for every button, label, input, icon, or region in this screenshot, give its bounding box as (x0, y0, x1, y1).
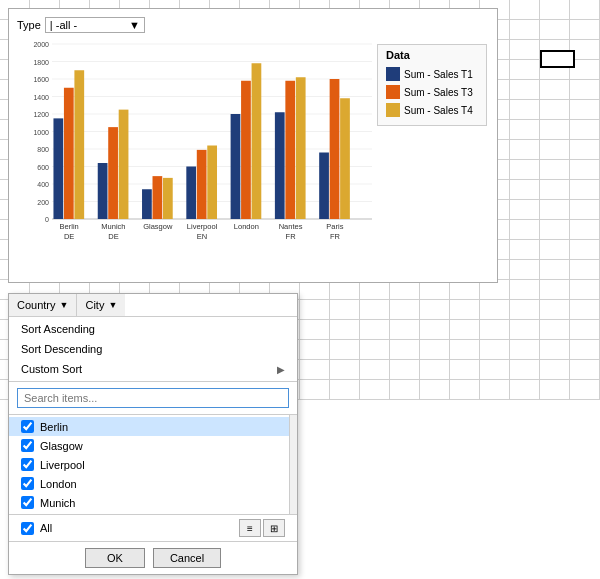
svg-rect-29 (142, 189, 152, 219)
list-item-checkbox[interactable] (21, 477, 34, 490)
svg-rect-41 (319, 153, 329, 220)
svg-rect-27 (108, 127, 118, 219)
legend-color-box (386, 85, 400, 99)
filter-header: Country ▼ City ▼ (9, 294, 297, 317)
cancel-button[interactable]: Cancel (153, 548, 221, 568)
svg-rect-37 (252, 63, 262, 219)
list-view-icon: ≡ (247, 523, 253, 534)
search-box-container (9, 382, 297, 415)
chart-type-arrow: ▼ (129, 19, 140, 31)
svg-rect-43 (340, 98, 350, 219)
x-labels: BerlinDEMunichDEGlasgowLiverpoolENLondon… (60, 222, 344, 241)
svg-text:EN: EN (197, 232, 207, 241)
svg-rect-33 (197, 150, 207, 219)
view-buttons: ≡ ⊞ (239, 519, 285, 537)
svg-text:Munich: Munich (101, 222, 125, 231)
list-item-checkbox[interactable] (21, 439, 34, 452)
list-item[interactable]: Munich (9, 493, 289, 512)
svg-text:DE: DE (108, 232, 118, 241)
svg-rect-39 (285, 81, 295, 219)
list-item[interactable]: Glasgow (9, 436, 289, 455)
svg-rect-40 (296, 77, 306, 219)
legend-color-box (386, 103, 400, 117)
svg-rect-36 (241, 81, 251, 219)
svg-text:1400: 1400 (33, 94, 49, 101)
svg-rect-34 (207, 146, 217, 220)
svg-text:FR: FR (330, 232, 341, 241)
filter-panel: Country ▼ City ▼ Sort Ascending Sort Des… (8, 293, 298, 575)
sort-descending-label: Sort Descending (21, 343, 102, 355)
custom-sort-arrow-icon: ▶ (277, 364, 285, 375)
legend-title: Data (386, 49, 478, 61)
svg-text:200: 200 (37, 199, 49, 206)
list-item[interactable]: London (9, 474, 289, 493)
sort-descending-item[interactable]: Sort Descending (9, 339, 297, 359)
custom-sort-label: Custom Sort (21, 363, 82, 375)
svg-text:Glasgow: Glasgow (143, 222, 173, 231)
svg-rect-26 (98, 163, 108, 219)
legend-items: Sum - Sales T1Sum - Sales T3Sum - Sales … (386, 67, 478, 117)
items-list: BerlinGlasgowLiverpoolLondonMunich (9, 415, 289, 514)
city-filter-btn[interactable]: City ▼ (77, 294, 125, 316)
svg-rect-42 (330, 79, 340, 219)
search-input[interactable] (17, 388, 289, 408)
svg-rect-38 (275, 112, 285, 219)
svg-rect-32 (186, 167, 196, 220)
chart-legend: Data Sum - Sales T1Sum - Sales T3Sum - S… (377, 44, 487, 126)
list-item-checkbox[interactable] (21, 496, 34, 509)
svg-text:2000: 2000 (33, 41, 49, 48)
legend-item: Sum - Sales T4 (386, 103, 478, 117)
svg-text:1000: 1000 (33, 129, 49, 136)
svg-rect-23 (53, 118, 63, 219)
svg-rect-30 (153, 176, 163, 219)
bars-group (53, 63, 349, 219)
list-item[interactable]: Berlin (9, 417, 289, 436)
svg-text:DE: DE (64, 232, 74, 241)
svg-text:Berlin: Berlin (60, 222, 79, 231)
svg-text:400: 400 (37, 181, 49, 188)
grid-view-btn[interactable]: ⊞ (263, 519, 285, 537)
svg-rect-24 (64, 88, 74, 219)
city-arrow-icon: ▼ (108, 300, 117, 310)
list-item-label: Liverpool (40, 459, 85, 471)
legend-item-label: Sum - Sales T1 (404, 69, 473, 80)
legend-item-label: Sum - Sales T3 (404, 87, 473, 98)
svg-text:1800: 1800 (33, 59, 49, 66)
all-row: All ≡ ⊞ (9, 515, 297, 542)
svg-rect-35 (231, 114, 241, 219)
all-checkbox[interactable] (21, 522, 34, 535)
list-view-btn[interactable]: ≡ (239, 519, 261, 537)
list-item-checkbox[interactable] (21, 420, 34, 433)
custom-sort-item[interactable]: Custom Sort ▶ (9, 359, 297, 379)
chart-type-dropdown[interactable]: | -all - ▼ (45, 17, 145, 33)
sort-ascending-label: Sort Ascending (21, 323, 95, 335)
sort-ascending-item[interactable]: Sort Ascending (9, 319, 297, 339)
country-arrow-icon: ▼ (60, 300, 69, 310)
svg-text:600: 600 (37, 164, 49, 171)
items-list-container: BerlinGlasgowLiverpoolLondonMunich (9, 415, 297, 515)
chart-type-label: Type (17, 19, 41, 31)
bar-chart-svg: 0200400600800100012001400160018002000 Be… (17, 39, 377, 249)
svg-text:Liverpool: Liverpool (187, 222, 218, 231)
svg-text:Paris: Paris (326, 222, 343, 231)
action-row: OK Cancel (9, 542, 297, 574)
legend-color-box (386, 67, 400, 81)
grid-view-icon: ⊞ (270, 523, 278, 534)
svg-text:1200: 1200 (33, 111, 49, 118)
svg-rect-28 (119, 110, 129, 219)
chart-area: 0200400600800100012001400160018002000 Be… (17, 39, 489, 259)
list-item[interactable]: Liverpool (9, 455, 289, 474)
all-label: All (40, 522, 239, 534)
svg-rect-31 (163, 178, 173, 219)
list-item-checkbox[interactable] (21, 458, 34, 471)
country-label: Country (17, 299, 56, 311)
list-item-label: London (40, 478, 77, 490)
svg-text:0: 0 (45, 216, 49, 223)
chart-container: Type | -all - ▼ 020040060080010001200140… (8, 8, 498, 283)
list-item-label: Munich (40, 497, 75, 509)
scrollbar[interactable] (289, 415, 297, 514)
list-item-label: Berlin (40, 421, 68, 433)
chart-type-row: Type | -all - ▼ (17, 17, 489, 33)
country-filter-btn[interactable]: Country ▼ (9, 294, 77, 316)
ok-button[interactable]: OK (85, 548, 145, 568)
